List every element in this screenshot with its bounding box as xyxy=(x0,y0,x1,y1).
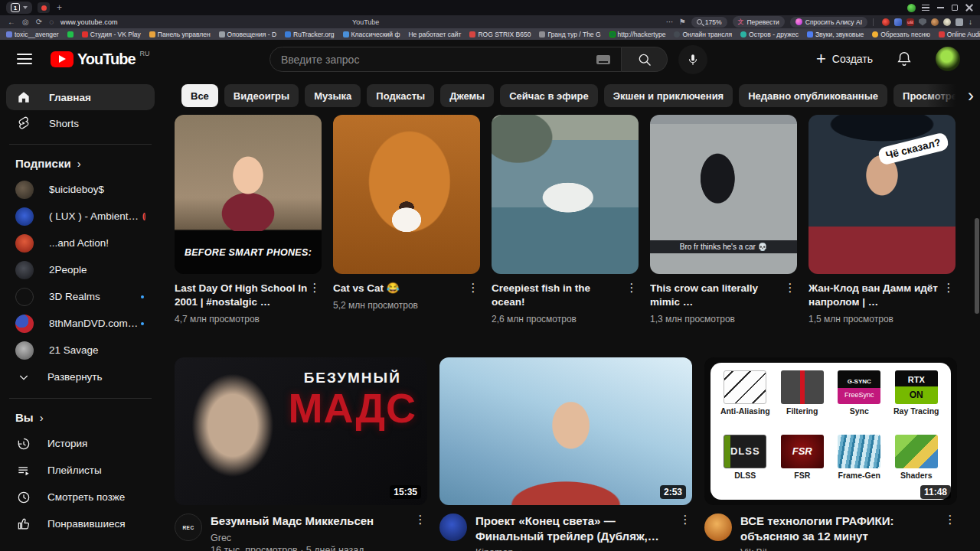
video-thumbnail[interactable]: БЕЗУМНЫЙ МАДС 15:35 xyxy=(175,357,427,505)
subscription-8thmandvd[interactable]: 8thManDVD.com… xyxy=(6,310,155,337)
chip-live[interactable]: Сейчас в эфире xyxy=(500,84,598,107)
sidebar-item-watch-later[interactable]: Смотреть позже xyxy=(6,484,155,510)
ask-alice-button[interactable]: Спросить Алису AI xyxy=(790,17,867,28)
shorts-card[interactable]: Bro fr thinks he's a car 💀 This crow can… xyxy=(650,115,797,324)
chip-jams[interactable]: Джемы xyxy=(440,84,494,107)
window-minimize-button[interactable] xyxy=(936,3,945,12)
bookmark-item[interactable]: Остров - дружес xyxy=(740,31,799,38)
more-actions-icon[interactable]: ⋯ xyxy=(666,18,674,26)
channel-name[interactable]: Grec xyxy=(211,533,405,543)
back-icon[interactable]: ← xyxy=(8,18,15,26)
bookmark-item[interactable]: Студия - VK Play xyxy=(82,31,141,38)
translate-button[interactable]: 文 Перевести xyxy=(733,16,785,28)
bookmark-item[interactable]: Оповещения - D xyxy=(219,31,276,38)
video-card[interactable]: 2:53 Проект «Конец света» — Финальный тр… xyxy=(439,357,692,551)
extension-icon[interactable] xyxy=(931,18,939,26)
kebab-menu-icon[interactable]: ⋮ xyxy=(942,282,956,324)
bookmark-item[interactable]: Классический ф xyxy=(343,31,400,38)
shorts-title[interactable]: Last Day Of High School In 2001 | #nosta… xyxy=(175,282,308,309)
video-title[interactable]: ВСЕ технологии ГРАФИКИ: объясняю за 12 м… xyxy=(740,514,935,543)
sidebar-item-liked[interactable]: Понравившиеся xyxy=(6,510,155,537)
extension-icon[interactable]: uB xyxy=(906,18,914,26)
kebab-menu-icon[interactable]: ⋮ xyxy=(678,514,692,551)
kebab-menu-icon[interactable]: ⋮ xyxy=(943,514,957,551)
sidebar-item-history[interactable]: История xyxy=(6,430,155,457)
bookmark-item[interactable]: Online Audio Edit xyxy=(939,31,980,38)
bookmark-item[interactable]: Панель управлен xyxy=(149,31,211,38)
chip-gaming[interactable]: Видеоигры xyxy=(224,84,299,107)
bookmark-item[interactable]: Звуки, звуковые xyxy=(807,31,864,38)
zoom-control[interactable]: 175% xyxy=(691,17,727,28)
page-scrollbar[interactable] xyxy=(974,40,980,551)
site-security-icon[interactable]: ◌ xyxy=(49,18,54,26)
subscription-21-savage[interactable]: 21 Savage xyxy=(6,337,155,364)
shorts-thumbnail[interactable]: Чё сказал? xyxy=(808,115,956,274)
new-tab-button[interactable]: + xyxy=(57,3,62,12)
shorts-card[interactable]: Cat vs Cat 😂 5,2 млн просмотров ⋮ xyxy=(333,115,480,324)
browser-menu-button[interactable] xyxy=(921,3,930,12)
shorts-card[interactable]: BEFORE SMART PHONES: Last Day Of High Sc… xyxy=(175,115,322,324)
account-avatar[interactable] xyxy=(936,47,960,71)
kebab-menu-icon[interactable]: ⋮ xyxy=(783,282,797,324)
chip-recently-uploaded[interactable]: Недавно опубликованные xyxy=(739,84,887,107)
subscription-suicideboys[interactable]: $uicideboy$ xyxy=(6,176,155,203)
subscription-2people[interactable]: 2People xyxy=(6,256,155,283)
chips-scroll-right-icon[interactable]: › xyxy=(968,86,974,105)
guide-menu-button[interactable] xyxy=(17,54,32,64)
extension-bulb-icon[interactable] xyxy=(943,18,951,26)
bookmark-item[interactable] xyxy=(67,31,74,37)
reload-icon[interactable]: ⟳ xyxy=(36,18,42,26)
kebab-menu-icon[interactable]: ⋮ xyxy=(466,282,480,311)
extension-icon[interactable] xyxy=(882,18,890,26)
video-thumbnail[interactable]: 2:53 xyxy=(439,357,692,505)
bookmark-item[interactable]: Обрезать песню xyxy=(872,31,930,38)
bookmark-flag-icon[interactable]: ⚑ xyxy=(679,18,686,26)
sidebar-item-shorts[interactable]: Shorts xyxy=(6,110,155,136)
shorts-title[interactable]: Cat vs Cat 😂 xyxy=(333,282,466,295)
keyboard-icon[interactable] xyxy=(596,55,610,64)
subscriptions-header[interactable]: Подписки › xyxy=(6,152,155,176)
video-card[interactable]: БЕЗУМНЫЙ МАДС 15:35 REC Безумный Мадс Ми… xyxy=(175,357,427,551)
bookmark-item[interactable]: ROG STRIX B650 xyxy=(469,31,531,38)
extension-clipboard-icon[interactable] xyxy=(956,18,963,26)
bookmark-item[interactable]: Не работает сайт xyxy=(408,31,461,38)
search-box[interactable] xyxy=(270,47,622,72)
kebab-menu-icon[interactable]: ⋮ xyxy=(413,514,427,551)
notifications-bell-icon[interactable] xyxy=(896,51,913,67)
sidebar-item-home[interactable]: Главная xyxy=(6,84,155,110)
shorts-title[interactable]: Жан-Клод ван Дамм идёт напролом | … xyxy=(808,282,942,309)
downloads-icon[interactable]: ↓ xyxy=(969,18,972,26)
create-button[interactable]: + Создать xyxy=(816,51,873,67)
browser-tab-active[interactable]: 1 xyxy=(6,2,32,14)
channel-avatar[interactable] xyxy=(439,514,467,541)
subscription-3d-realms[interactable]: 3D Realms xyxy=(6,283,155,310)
search-input[interactable] xyxy=(281,54,596,66)
sidebar-item-playlists[interactable]: Плейлисты xyxy=(6,457,155,484)
bookmark-item[interactable]: toxic__avenger xyxy=(6,31,59,38)
channel-avatar[interactable]: REC xyxy=(175,514,202,541)
video-title[interactable]: Безумный Мадс Миккельсен xyxy=(211,514,405,529)
browser-extension-green-icon[interactable] xyxy=(906,3,916,12)
channel-name[interactable]: Vik Bil xyxy=(740,547,935,551)
video-card[interactable]: Anti-Aliasing Filtering G-SYNCFreeSyncSy… xyxy=(704,357,957,551)
shorts-title[interactable]: This crow can literally mimic … xyxy=(650,282,783,309)
shorts-title[interactable]: Creepiest fish in the ocean! xyxy=(492,282,625,309)
shorts-thumbnail[interactable]: BEFORE SMART PHONES: xyxy=(175,115,322,274)
chip-action-adventure[interactable]: Экшен и приключения xyxy=(604,84,733,107)
youtube-logo[interactable]: YouTube RU xyxy=(51,51,150,67)
url-text[interactable]: www.youtube.com xyxy=(60,18,118,26)
shorts-thumbnail[interactable] xyxy=(333,115,480,274)
window-restore-button[interactable] xyxy=(950,3,959,12)
bookmark-item[interactable]: Онлайн трансля xyxy=(674,31,732,38)
video-title[interactable]: Проект «Конец света» — Финальный трейлер… xyxy=(475,514,670,543)
channel-avatar[interactable] xyxy=(704,514,732,541)
scrollbar-thumb[interactable] xyxy=(975,218,979,314)
chip-podcasts[interactable]: Подкасты xyxy=(367,84,434,107)
kebab-menu-icon[interactable]: ⋮ xyxy=(308,282,322,324)
shorts-card[interactable]: Creepiest fish in the ocean! 2,6 млн про… xyxy=(492,115,639,324)
extension-icon[interactable] xyxy=(894,18,902,26)
subscription-and-action[interactable]: ...and Action! xyxy=(6,230,155,256)
search-button[interactable] xyxy=(622,47,668,72)
subscriptions-expand[interactable]: Развернуть xyxy=(6,364,155,390)
channel-name[interactable]: Kinoman ✓ xyxy=(475,547,670,551)
